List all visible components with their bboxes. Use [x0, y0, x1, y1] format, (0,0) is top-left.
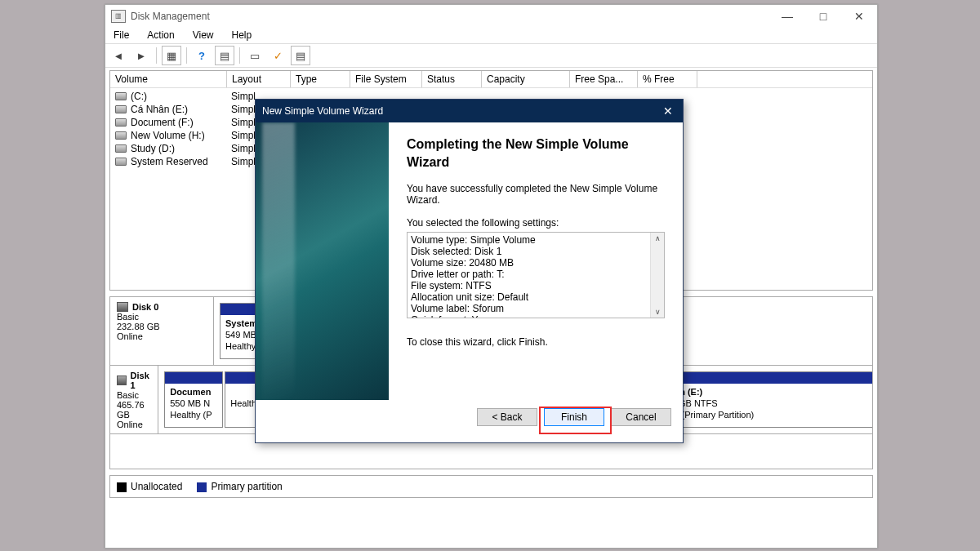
volume-icon: [115, 118, 127, 127]
wizard-setting-line: File system: NTFS: [411, 280, 661, 291]
col-capacity[interactable]: Capacity: [482, 71, 570, 87]
menu-file[interactable]: File: [110, 28, 132, 42]
app-icon: ▥: [111, 10, 126, 23]
new-simple-volume-wizard-dialog: New Simple Volume Wizard ✕ Completing th…: [255, 99, 684, 443]
nav-forward-icon[interactable]: ►: [131, 46, 151, 65]
col-layout[interactable]: Layout: [227, 71, 291, 87]
toolbar: ◄ ► ▦ ? ▤ ▭ ✓ ▤: [105, 43, 877, 68]
dialog-title: New Simple Volume Wizard: [262, 105, 383, 117]
wizard-setting-line: Volume size: 20480 MB: [411, 257, 661, 269]
volume-icon: [115, 144, 127, 153]
wizard-setting-line: Drive letter or path: T:: [411, 269, 661, 280]
volume-icon: [115, 131, 127, 140]
wizard-setting-line: Quick format: Yes: [411, 314, 661, 318]
dialog-titlebar[interactable]: New Simple Volume Wizard ✕: [256, 100, 683, 122]
col-type[interactable]: Type: [291, 71, 350, 87]
wizard-setting-line: Disk selected: Disk 1: [411, 246, 661, 257]
finish-button-highlight: [539, 407, 612, 434]
nav-back-icon[interactable]: ◄: [109, 46, 128, 65]
volume-icon: [115, 92, 127, 100]
cancel-button[interactable]: Cancel: [611, 408, 671, 426]
legend-unallocated: Unallocated: [117, 481, 182, 492]
app-title: Disk Management: [131, 11, 210, 22]
scrollbar[interactable]: ∧∨: [650, 233, 664, 318]
disk-icon: [117, 375, 127, 385]
action-icon[interactable]: ▭: [245, 46, 265, 65]
col-freespace[interactable]: Free Spa...: [570, 71, 638, 87]
titlebar[interactable]: ▥ Disk Management — □ ✕: [105, 5, 877, 27]
wizard-setting-line: Volume label: Sforum: [411, 303, 661, 314]
partition-primary[interactable]: Documen550 MB NHealthy (P: [164, 371, 223, 428]
help-icon[interactable]: ?: [192, 46, 212, 65]
col-volume[interactable]: Volume: [110, 71, 227, 87]
col-status[interactable]: Status: [422, 71, 482, 87]
wizard-setting-line: Allocation unit size: Default: [411, 291, 661, 303]
disk-header[interactable]: Disk 1Basic465.76 GBOnline: [110, 366, 158, 433]
column-headers[interactable]: Volume Layout Type File System Status Ca…: [110, 71, 872, 88]
volume-icon: [115, 105, 127, 113]
volume-icon: [115, 158, 127, 166]
wizard-message-close: To close this wizard, click Finish.: [407, 336, 665, 348]
menu-action[interactable]: Action: [144, 28, 177, 42]
menubar: File Action View Help: [105, 27, 877, 43]
close-button[interactable]: ✕: [841, 5, 877, 27]
menu-help[interactable]: Help: [229, 28, 256, 42]
col-filesystem[interactable]: File System: [350, 71, 422, 87]
back-button[interactable]: < Back: [477, 408, 537, 426]
menu-view[interactable]: View: [189, 28, 217, 42]
wizard-setting-line: Volume type: Simple Volume: [411, 234, 661, 246]
wizard-side-banner: [256, 122, 389, 400]
wizard-message-success: You have successfully completed the New …: [407, 183, 665, 206]
maximize-button[interactable]: □: [805, 5, 841, 27]
wizard-heading: Completing the New Simple Volume Wizard: [407, 136, 665, 171]
disk-header[interactable]: Disk 0Basic232.88 GBOnline: [110, 297, 214, 365]
legend: Unallocated Primary partition: [109, 475, 873, 498]
scroll-up-icon[interactable]: ∧: [655, 233, 661, 244]
properties-icon[interactable]: ▤: [215, 46, 234, 65]
dialog-close-icon[interactable]: ✕: [660, 104, 676, 118]
minimize-button[interactable]: —: [769, 5, 805, 27]
col-pctfree[interactable]: % Free: [638, 71, 697, 87]
check-icon[interactable]: ✓: [268, 46, 287, 65]
wizard-content: Completing the New Simple Volume Wizard …: [389, 122, 683, 400]
disk-icon: [117, 302, 128, 312]
wizard-settings-list[interactable]: Volume type: Simple VolumeDisk selected:…: [407, 232, 665, 318]
options-icon[interactable]: ▤: [291, 46, 310, 65]
legend-primary: Primary partition: [197, 481, 282, 492]
wizard-message-selected: You selected the following settings:: [407, 217, 665, 229]
wizard-button-row: < Back Finish Cancel: [256, 400, 683, 442]
refresh-list-icon[interactable]: ▦: [162, 46, 181, 65]
scroll-down-icon[interactable]: ∨: [655, 306, 661, 318]
